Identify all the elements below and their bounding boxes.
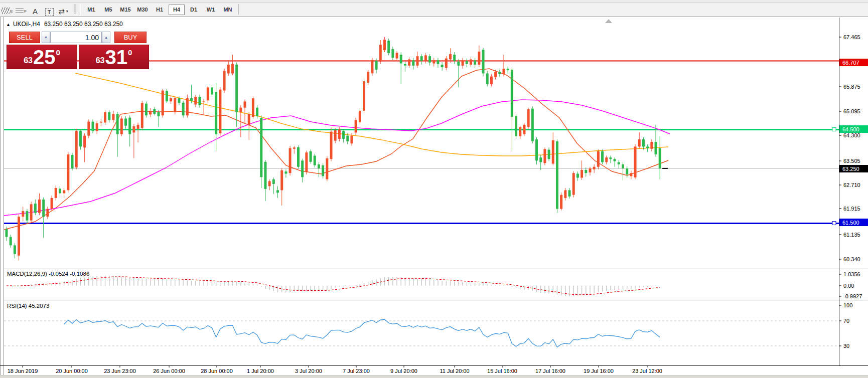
collapse-panel-icon[interactable]: ▲ (6, 22, 11, 27)
ma-slow-line (75, 73, 668, 156)
chart-symbol-title: ▲UKOil-,H463.250 63.250 63.250 63.250 (6, 21, 123, 28)
buy-button[interactable]: BUY (114, 32, 147, 43)
mt4-terminal-window: { "toolbar": { "tools": [ {"name": "equi… (0, 0, 868, 378)
sell-price-big: 25 (33, 47, 56, 67)
price-scale-area[interactable] (839, 18, 868, 365)
macd-signal-line (7, 277, 660, 295)
macd-indicator-label: MACD(12,26,9) -0.0524 -0.1086 (7, 271, 89, 277)
ma-medium-line (4, 100, 670, 216)
rsi-indicator-label: RSI(14) 45.2073 (7, 303, 49, 309)
sell-price-button[interactable]: 63 25 0 (7, 45, 77, 69)
buy-price-big: 31 (105, 47, 127, 67)
buy-price-prefix: 63 (96, 56, 105, 65)
ohlc-values: 63.250 63.250 63.250 63.250 (44, 21, 123, 28)
volume-decrease-button[interactable]: ▾ (42, 32, 50, 43)
rsi-line (64, 319, 660, 347)
macd-values: -0.0524 -0.1086 (49, 271, 89, 277)
rsi-value: 45.2073 (29, 303, 50, 309)
symbol-period-label: UKOil-,H4 (13, 21, 40, 28)
sell-button[interactable]: SELL (9, 32, 40, 43)
buy-price-sup: 0 (128, 48, 132, 57)
buy-price-button[interactable]: 63 31 0 (79, 45, 149, 69)
chart-shift-marker (605, 19, 612, 23)
sell-price-prefix: 63 (24, 56, 33, 65)
ma-fast-line (4, 69, 668, 230)
time-scale-area[interactable] (4, 365, 839, 375)
window-bottom-strip (0, 375, 868, 378)
one-click-trading-panel: SELL ▾ ▴ BUY 63 25 0 63 31 0 (7, 32, 149, 74)
sell-price-sup: 0 (56, 48, 60, 57)
volume-increase-button[interactable]: ▴ (102, 32, 110, 43)
volume-input[interactable] (50, 32, 102, 43)
